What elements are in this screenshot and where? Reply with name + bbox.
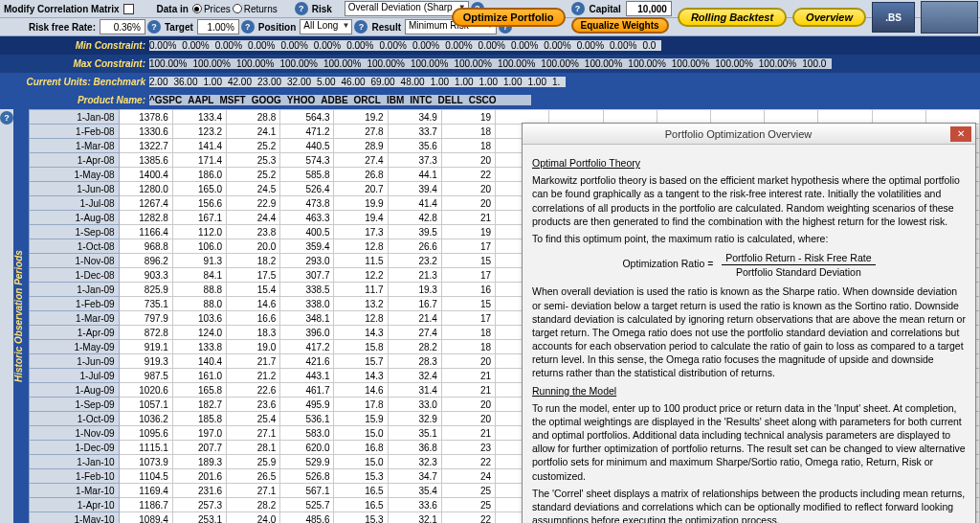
data-cell[interactable]: 21 [441, 426, 495, 441]
cell[interactable]: 0.0 [642, 40, 661, 51]
cell[interactable]: ORCL [354, 95, 387, 105]
date-cell[interactable]: 1-Jun-09 [30, 354, 120, 369]
help-icon[interactable]: ? [354, 20, 368, 34]
data-cell[interactable]: 21.3 [388, 268, 441, 283]
data-cell[interactable]: 26.5 [227, 469, 280, 484]
data-cell[interactable]: 1385.6 [119, 153, 172, 168]
data-cell[interactable]: 1267.4 [119, 196, 172, 211]
data-cell[interactable]: 1104.5 [119, 469, 172, 484]
data-cell[interactable]: 20 [441, 196, 495, 211]
data-cell[interactable]: 257.3 [172, 498, 226, 512]
data-cell[interactable]: 529.9 [280, 455, 334, 469]
date-cell[interactable]: 1-Apr-09 [30, 326, 120, 340]
data-cell[interactable]: 20.0 [227, 239, 280, 254]
date-cell[interactable]: 1-Apr-10 [30, 498, 120, 512]
date-cell[interactable]: 1-Jan-09 [30, 283, 120, 297]
data-cell[interactable]: 15.0 [334, 455, 388, 469]
date-cell[interactable]: 1-Sep-09 [30, 398, 120, 412]
data-cell[interactable]: 19.4 [334, 211, 388, 225]
data-cell[interactable]: 417.2 [280, 340, 334, 354]
data-cell[interactable]: 16 [441, 283, 495, 297]
data-cell[interactable]: 526.8 [280, 469, 334, 484]
data-cell[interactable]: 112.0 [172, 225, 226, 239]
data-cell[interactable]: 23 [441, 441, 495, 455]
data-cell[interactable]: 797.9 [119, 311, 172, 326]
data-cell[interactable]: 35.6 [388, 139, 441, 153]
data-cell[interactable]: 28.2 [388, 340, 441, 354]
cell[interactable]: 0.00% [346, 40, 379, 51]
date-cell[interactable]: 1-Aug-08 [30, 211, 120, 225]
data-cell[interactable]: 88.0 [172, 297, 226, 311]
data-cell[interactable]: 22 [441, 168, 495, 182]
cell[interactable]: 36.00 [173, 77, 203, 87]
data-cell[interactable]: 25 [441, 484, 495, 498]
data-cell[interactable]: 33.7 [388, 125, 441, 139]
cell[interactable]: 0.00% [380, 40, 412, 51]
date-cell[interactable]: 1-May-09 [30, 340, 120, 354]
data-cell[interactable]: 32.3 [388, 455, 441, 469]
data-cell[interactable]: 22 [441, 455, 495, 469]
data-cell[interactable]: 171.4 [172, 153, 226, 168]
cell[interactable]: 1.00 [503, 77, 527, 87]
risk-dropdown[interactable]: Overall Deviation (Sharp [345, 1, 469, 16]
data-cell[interactable]: 15.3 [334, 512, 388, 524]
cell[interactable]: 1.00 [528, 77, 552, 87]
data-cell[interactable]: 20 [441, 412, 495, 426]
data-cell[interactable]: 103.6 [172, 311, 226, 326]
cell[interactable]: 100.00% [367, 58, 410, 69]
data-cell[interactable]: 15.4 [227, 283, 280, 297]
data-cell[interactable]: 16.8 [334, 441, 388, 455]
data-cell[interactable]: 24.1 [227, 125, 280, 139]
data-cell[interactable]: 207.7 [172, 441, 226, 455]
data-cell[interactable]: 19.0 [227, 340, 280, 354]
data-cell[interactable]: 25.3 [227, 153, 280, 168]
data-cell[interactable]: 26.8 [334, 168, 388, 182]
data-cell[interactable]: 124.0 [172, 326, 226, 340]
data-cell[interactable]: 896.2 [119, 254, 172, 268]
data-cell[interactable]: 585.8 [280, 168, 334, 182]
data-cell[interactable]: 293.0 [280, 254, 334, 268]
cell[interactable]: 0.00% [511, 40, 544, 51]
data-cell[interactable]: 28.9 [334, 139, 388, 153]
cell[interactable]: 100.00% [715, 58, 758, 69]
data-cell[interactable]: 338.0 [280, 297, 334, 311]
data-cell[interactable]: 17.8 [334, 398, 388, 412]
data-cell[interactable]: 525.7 [280, 498, 334, 512]
data-cell[interactable]: 156.6 [172, 196, 226, 211]
data-cell[interactable]: 27.4 [388, 326, 441, 340]
data-cell[interactable]: 14.3 [334, 326, 388, 340]
data-cell[interactable]: 987.5 [119, 369, 172, 383]
cell[interactable]: 100.00% [192, 58, 235, 69]
date-cell[interactable]: 1-Oct-09 [30, 412, 120, 426]
cell[interactable]: 100.00% [454, 58, 497, 69]
date-cell[interactable]: 1-May-10 [30, 512, 120, 524]
data-cell[interactable]: 338.5 [280, 283, 334, 297]
cell[interactable]: 100.00% [585, 58, 628, 69]
data-cell[interactable]: 22.6 [227, 383, 280, 398]
data-cell[interactable]: 32.9 [388, 412, 441, 426]
cell[interactable]: 0.00% [149, 40, 182, 51]
data-cell[interactable]: 22.9 [227, 196, 280, 211]
data-cell[interactable]: 133.4 [172, 110, 226, 125]
date-cell[interactable]: 1-Nov-09 [30, 426, 120, 441]
data-cell[interactable]: 620.0 [280, 441, 334, 455]
data-cell[interactable]: 443.1 [280, 369, 334, 383]
data-cell[interactable]: 34.9 [388, 110, 441, 125]
data-cell[interactable]: 564.3 [280, 110, 334, 125]
data-cell[interactable]: 396.0 [280, 326, 334, 340]
date-cell[interactable]: 1-Aug-09 [30, 383, 120, 398]
cell[interactable] [525, 95, 531, 105]
data-cell[interactable]: 15 [441, 297, 495, 311]
date-cell[interactable]: 1-Apr-08 [30, 153, 120, 168]
data-cell[interactable]: 25.2 [227, 139, 280, 153]
data-cell[interactable]: 20 [441, 398, 495, 412]
date-cell[interactable]: 1-Nov-08 [30, 254, 120, 268]
help-icon[interactable]: ? [295, 2, 308, 15]
help-icon[interactable]: ? [0, 111, 13, 125]
data-cell[interactable]: 1330.6 [119, 125, 172, 139]
cell[interactable]: IBM [387, 95, 410, 105]
data-cell[interactable]: 141.4 [172, 139, 226, 153]
cell[interactable]: 0.00% [544, 40, 576, 51]
data-cell[interactable]: 473.8 [280, 196, 334, 211]
data-cell[interactable]: 19.3 [388, 283, 441, 297]
